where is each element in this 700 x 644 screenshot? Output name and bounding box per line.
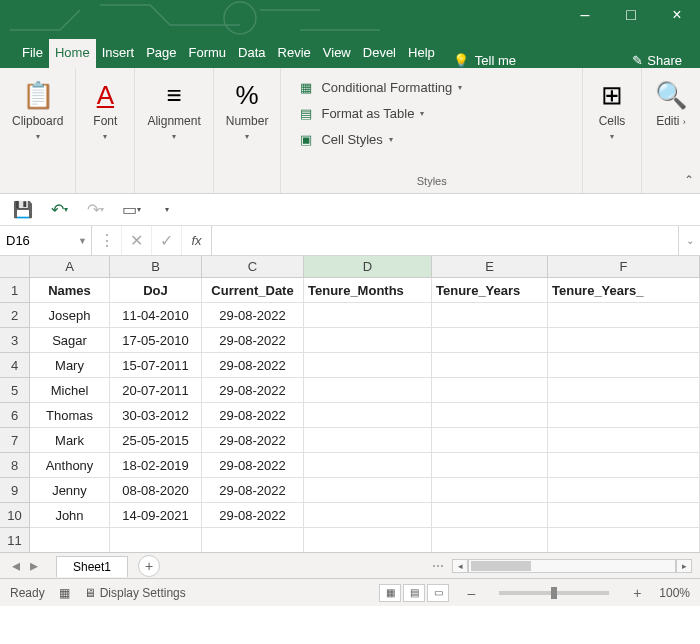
cell[interactable]: Mary (30, 353, 110, 378)
undo-button[interactable]: ↶ ▾ (48, 199, 70, 221)
tab-page-layout[interactable]: Page (140, 39, 182, 68)
collapse-ribbon-button[interactable]: ⌃ (684, 173, 694, 187)
tab-view[interactable]: View (317, 39, 357, 68)
cell[interactable]: 08-08-2020 (110, 478, 202, 503)
normal-view-button[interactable]: ▦ (379, 584, 401, 602)
font-button[interactable]: A Font▾ (86, 74, 124, 146)
fx-icon[interactable]: fx (182, 226, 212, 255)
row-header-11[interactable]: 11 (0, 528, 30, 552)
tell-me[interactable]: 💡 Tell me (453, 53, 516, 68)
sheet-nav-next[interactable]: ▸ (26, 556, 42, 575)
tab-file[interactable]: File (16, 39, 49, 68)
cell[interactable]: 29-08-2022 (202, 328, 304, 353)
cell[interactable] (304, 503, 432, 528)
cell[interactable]: 29-08-2022 (202, 428, 304, 453)
tab-review[interactable]: Revie (272, 39, 317, 68)
cell[interactable] (548, 378, 700, 403)
cell[interactable] (548, 353, 700, 378)
cell[interactable] (548, 453, 700, 478)
cell[interactable] (432, 328, 548, 353)
tab-developer[interactable]: Devel (357, 39, 402, 68)
cell[interactable] (432, 503, 548, 528)
cell[interactable]: 29-08-2022 (202, 478, 304, 503)
format-as-table-button[interactable]: ▤Format as Table ▾ (295, 102, 426, 124)
page-layout-view-button[interactable]: ▤ (403, 584, 425, 602)
scroll-thumb[interactable] (471, 561, 531, 571)
col-header-C[interactable]: C (202, 256, 304, 277)
cell[interactable]: Joseph (30, 303, 110, 328)
row-header-2[interactable]: 2 (0, 303, 30, 328)
scroll-right-button[interactable]: ▸ (676, 559, 692, 573)
cell[interactable] (548, 403, 700, 428)
horizontal-scrollbar[interactable]: ◂ ▸ (452, 558, 692, 574)
cell-header[interactable]: Tenure_Months (304, 278, 432, 303)
cell[interactable]: 29-08-2022 (202, 453, 304, 478)
row-header-3[interactable]: 3 (0, 328, 30, 353)
add-sheet-button[interactable]: + (138, 555, 160, 577)
cell-header[interactable]: DoJ (110, 278, 202, 303)
macro-record-icon[interactable]: ▦ (59, 586, 70, 600)
cell-header[interactable]: Current_Date (202, 278, 304, 303)
share-button[interactable]: ✎ Share (632, 53, 682, 68)
cell[interactable]: 29-08-2022 (202, 353, 304, 378)
zoom-slider-thumb[interactable] (551, 587, 557, 599)
clipboard-button[interactable]: 📋 Clipboard▾ (10, 74, 65, 146)
cell[interactable] (548, 503, 700, 528)
cell[interactable]: Michel (30, 378, 110, 403)
cell[interactable] (432, 403, 548, 428)
col-header-A[interactable]: A (30, 256, 110, 277)
cell[interactable] (432, 378, 548, 403)
cell[interactable] (30, 528, 110, 552)
cell-header[interactable]: Tenure_Years_ (548, 278, 700, 303)
cell[interactable] (304, 353, 432, 378)
zoom-level[interactable]: 100% (659, 586, 690, 600)
alignment-button[interactable]: ≡ Alignment▾ (145, 74, 202, 146)
number-button[interactable]: % Number▾ (224, 74, 271, 146)
cell[interactable] (432, 353, 548, 378)
sheet-options[interactable]: ⋯ (432, 559, 446, 573)
tab-formulas[interactable]: Formu (183, 39, 233, 68)
touch-mode-button[interactable]: ▭ ▾ (120, 199, 142, 221)
cell[interactable] (548, 303, 700, 328)
row-header-6[interactable]: 6 (0, 403, 30, 428)
cell-header[interactable]: Names (30, 278, 110, 303)
cell[interactable]: John (30, 503, 110, 528)
cell[interactable] (548, 528, 700, 552)
cell[interactable] (304, 528, 432, 552)
redo-button[interactable]: ↷ ▾ (84, 199, 106, 221)
cell[interactable]: 20-07-2011 (110, 378, 202, 403)
tab-help[interactable]: Help (402, 39, 441, 68)
minimize-button[interactable]: – (562, 0, 608, 30)
scroll-track[interactable] (468, 559, 676, 573)
close-button[interactable]: × (654, 0, 700, 30)
maximize-button[interactable]: □ (608, 0, 654, 30)
cell[interactable]: Mark (30, 428, 110, 453)
page-break-view-button[interactable]: ▭ (427, 584, 449, 602)
cell[interactable] (304, 478, 432, 503)
col-header-D[interactable]: D (304, 256, 432, 277)
name-box[interactable]: D16 ▼ (0, 226, 92, 255)
cell[interactable] (304, 403, 432, 428)
row-header-4[interactable]: 4 (0, 353, 30, 378)
col-header-E[interactable]: E (432, 256, 548, 277)
sheet-nav-prev[interactable]: ◂ (8, 556, 24, 575)
zoom-out-button[interactable]: – (463, 585, 479, 601)
cell[interactable] (548, 328, 700, 353)
row-header-7[interactable]: 7 (0, 428, 30, 453)
cell[interactable]: 29-08-2022 (202, 503, 304, 528)
cell[interactable]: 25-05-2015 (110, 428, 202, 453)
cell[interactable]: Anthony (30, 453, 110, 478)
row-header-10[interactable]: 10 (0, 503, 30, 528)
cells-button[interactable]: ⊞ Cells▾ (593, 74, 631, 146)
row-header-9[interactable]: 9 (0, 478, 30, 503)
cell[interactable]: 30-03-2012 (110, 403, 202, 428)
cell[interactable] (432, 453, 548, 478)
tab-home[interactable]: Home (49, 39, 96, 68)
tab-data[interactable]: Data (232, 39, 271, 68)
col-header-B[interactable]: B (110, 256, 202, 277)
cell[interactable]: Thomas (30, 403, 110, 428)
cell[interactable] (110, 528, 202, 552)
qat-customize-button[interactable]: ▾ (156, 199, 178, 221)
editing-button[interactable]: 🔍 Editi › (652, 74, 690, 132)
cell-styles-button[interactable]: ▣Cell Styles ▾ (295, 128, 394, 150)
